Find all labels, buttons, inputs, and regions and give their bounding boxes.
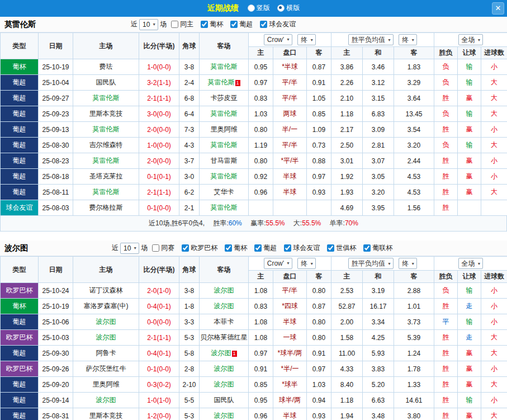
odds-home-cell: 1.94 bbox=[331, 408, 363, 420]
col-away: 客场 bbox=[200, 257, 249, 283]
odds-avg-select[interactable]: 胜平负均值▼ bbox=[348, 34, 394, 45]
handicap-stage-select[interactable]: 终▼ bbox=[297, 34, 316, 45]
result-cell: 胜 bbox=[434, 169, 458, 185]
handicap-away-odds-cell: 0.73 bbox=[307, 138, 331, 153]
handicap-group-header: Crow'▼ 终▼ bbox=[249, 257, 331, 271]
league-cell: 葡超 bbox=[1, 75, 39, 91]
col-score: 比分(半场) bbox=[139, 257, 179, 283]
result-cell: 胜 bbox=[434, 361, 458, 377]
summary-stat: 赢率:55.5% bbox=[250, 219, 285, 227]
chevron-down-icon: ▼ bbox=[286, 261, 290, 265]
filter-checkbox[interactable]: 球会友谊 bbox=[284, 243, 320, 253]
filter-checkbox[interactable]: 葡杯 bbox=[201, 20, 223, 29]
match-count-select[interactable]: 10▼ bbox=[139, 19, 158, 30]
checkbox-input[interactable] bbox=[230, 21, 238, 28]
handicap-cell: 平/半 bbox=[273, 75, 307, 91]
filter-checkbox[interactable]: 同赛 bbox=[152, 243, 174, 253]
handicap-home-odds-cell: 1.08 bbox=[249, 283, 273, 299]
match-row: 欧罗巴杯 25-10-24 诺丁汉森林 2-0(1-0) 3-8 波尔图 1.0… bbox=[1, 283, 507, 299]
away-team-cell: 国民队 bbox=[200, 393, 249, 408]
stat-value: 60% bbox=[229, 219, 242, 227]
radio-icon[interactable] bbox=[277, 4, 285, 12]
checkbox-input[interactable] bbox=[284, 244, 291, 252]
chevron-down-icon: ▼ bbox=[411, 38, 415, 42]
checkbox-input[interactable] bbox=[254, 244, 262, 252]
date-cell: 25-10-06 bbox=[39, 314, 73, 330]
team-name: 莫雷伦斯 bbox=[4, 20, 36, 30]
scope-select[interactable]: 全场▼ bbox=[458, 34, 484, 45]
corners-cell: 6-4 bbox=[179, 106, 200, 122]
odds-draw-cell: 3.83 bbox=[363, 361, 394, 377]
col-score: 比分(半场) bbox=[139, 33, 179, 59]
chevron-down-icon: ▼ bbox=[310, 262, 314, 266]
home-team-cell: 里奥阿维 bbox=[73, 377, 139, 393]
handicap-home-odds-cell: 0.83 bbox=[249, 91, 273, 106]
home-team-cell: 阿鲁卡 bbox=[73, 346, 139, 361]
odds-away-cell: 3.54 bbox=[394, 122, 434, 138]
odds-draw-cell: 3.48 bbox=[363, 408, 394, 420]
corners-cell: 6-8 bbox=[179, 91, 200, 106]
filter-checkbox[interactable]: 世俱杯 bbox=[327, 243, 356, 253]
handicap-home-odds-cell: 0.85 bbox=[249, 377, 273, 393]
layout-option[interactable]: 横版 bbox=[277, 3, 300, 13]
handicap-home-odds-cell: 0.83 bbox=[249, 299, 273, 314]
col-odds-home: 主 bbox=[331, 271, 363, 283]
checkbox-input[interactable] bbox=[225, 244, 232, 252]
goals-result-cell: 小 bbox=[481, 169, 507, 185]
checkbox-input[interactable] bbox=[363, 244, 371, 252]
bookmaker-select[interactable]: Crow'▼ bbox=[264, 258, 292, 269]
match-count-select[interactable]: 10▼ bbox=[120, 243, 139, 254]
result-cell: 胜 bbox=[434, 200, 458, 216]
odds-avg-select[interactable]: 胜平负均值▼ bbox=[348, 258, 394, 269]
stat-value: 70% bbox=[345, 219, 358, 227]
goals-result-cell: 小 bbox=[481, 314, 507, 330]
away-team: 莫雷伦斯 bbox=[211, 172, 238, 180]
filter-bar: 近 10▼ 场 同赛 欧罗巴杯 葡 bbox=[112, 243, 400, 254]
home-team: 波尔图 bbox=[96, 318, 116, 325]
checkbox-input[interactable] bbox=[182, 244, 189, 252]
away-team: 莫雷伦斯 bbox=[211, 63, 238, 70]
red-card-badge: 1 bbox=[232, 351, 237, 357]
corners-cell: 1-8 bbox=[179, 299, 200, 314]
checkbox-input[interactable] bbox=[171, 21, 178, 28]
filter-checkbox[interactable]: 葡联杯 bbox=[363, 243, 392, 253]
away-team-cell: 莫雷伦斯 bbox=[200, 59, 249, 75]
date-cell: 25-08-11 bbox=[39, 185, 73, 200]
odds-group-header: 胜平负均值▼ 终▼ bbox=[331, 257, 434, 271]
result-cell: 负 bbox=[434, 59, 458, 75]
handicap-stage-select[interactable]: 终▼ bbox=[297, 258, 316, 269]
handicap-home-odds-cell: 0.95 bbox=[249, 393, 273, 408]
filter-checkbox[interactable]: 同主 bbox=[171, 20, 193, 29]
section-gap bbox=[0, 232, 507, 240]
filter-checkbox[interactable]: 欧罗巴杯 bbox=[182, 243, 217, 253]
red-card-badge: 1 bbox=[235, 80, 240, 86]
handicap-home-odds-cell: 0.96 bbox=[249, 408, 273, 420]
odds-stage-select[interactable]: 终▼ bbox=[399, 258, 417, 269]
layout-option[interactable]: 竖版 bbox=[248, 3, 270, 13]
checkbox-input[interactable] bbox=[152, 244, 159, 252]
handicap-home-odds-cell: 0.80 bbox=[249, 153, 273, 169]
close-icon: ✕ bbox=[495, 4, 501, 12]
odds-draw-cell: 2.81 bbox=[363, 138, 394, 153]
close-button[interactable]: ✕ bbox=[492, 2, 504, 15]
bookmaker-select[interactable]: Crow'▼ bbox=[264, 34, 292, 45]
filter-checkbox[interactable]: 葡超 bbox=[230, 20, 253, 29]
checkbox-input[interactable] bbox=[260, 21, 267, 28]
record-summary: 近10场,胜6平0负4, 胜率:60% 赢率:55.5% 大:55.5% 单率:… bbox=[0, 216, 507, 232]
odds-home-cell: 1.92 bbox=[331, 169, 363, 185]
filter-checkbox[interactable]: 葡超 bbox=[254, 243, 277, 253]
away-team-cell: 波尔图 bbox=[200, 377, 249, 393]
odds-away-cell: 1.33 bbox=[394, 377, 434, 393]
scope-select[interactable]: 全场▼ bbox=[458, 258, 484, 269]
corners-cell: 5-3 bbox=[179, 330, 200, 346]
filter-checkbox[interactable]: 葡杯 bbox=[225, 243, 247, 253]
checkbox-input[interactable] bbox=[327, 244, 334, 252]
filter-label: 世俱杯 bbox=[336, 243, 356, 253]
radio-icon[interactable] bbox=[248, 4, 255, 12]
checkbox-input[interactable] bbox=[201, 21, 208, 28]
odds-stage-select[interactable]: 终▼ bbox=[399, 34, 417, 45]
filter-checkbox[interactable]: 球会友谊 bbox=[260, 20, 296, 29]
date-cell: 25-10-19 bbox=[39, 59, 73, 75]
goals-result-cell: 大 bbox=[481, 330, 507, 346]
away-team: 莫雷伦斯 bbox=[211, 110, 238, 117]
